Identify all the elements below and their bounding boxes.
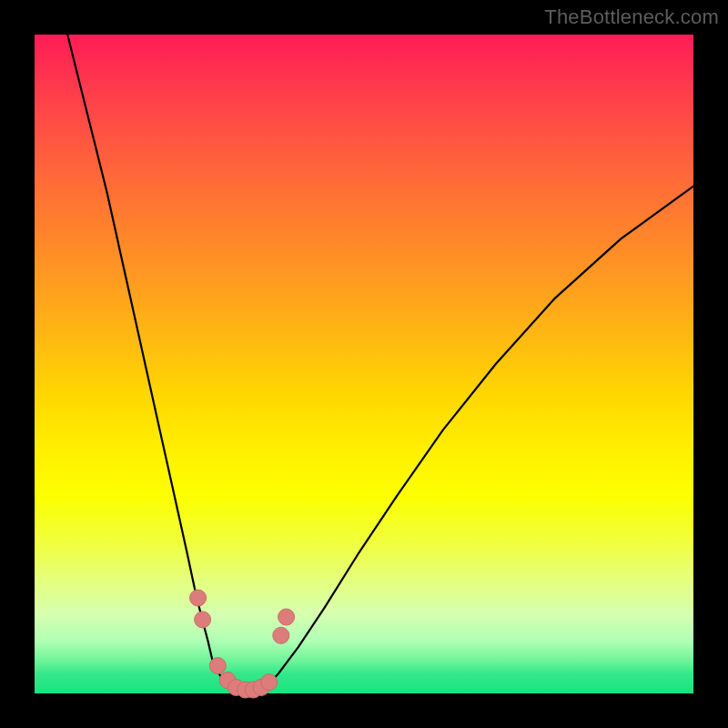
data-marker xyxy=(273,627,289,643)
plot-area xyxy=(35,35,693,693)
chart-frame: TheBottleneck.com xyxy=(0,0,728,728)
chart-svg xyxy=(35,35,693,693)
bottleneck-curve-path xyxy=(67,35,693,691)
curve-group xyxy=(67,35,693,691)
data-marker xyxy=(278,609,295,625)
data-marker xyxy=(195,612,211,628)
marker-group xyxy=(190,590,295,698)
data-marker xyxy=(209,658,226,674)
data-marker xyxy=(261,674,278,691)
data-marker xyxy=(190,590,207,606)
watermark-text: TheBottleneck.com xyxy=(544,5,719,29)
